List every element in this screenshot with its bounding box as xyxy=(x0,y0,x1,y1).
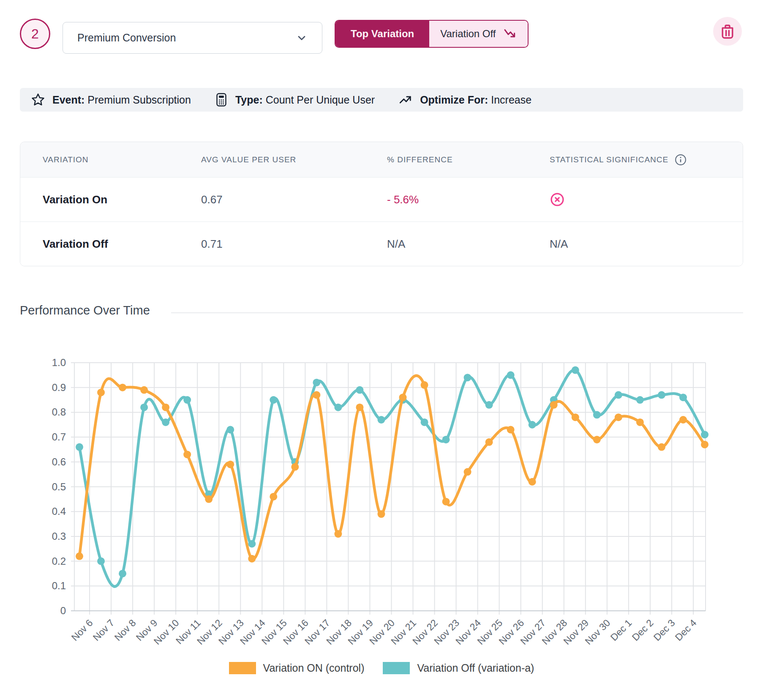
optimize-value: Increase xyxy=(491,94,531,106)
row-avg-value: 0.67 xyxy=(179,193,365,206)
svg-text:0.7: 0.7 xyxy=(52,431,66,443)
row-variation-name: Variation On xyxy=(20,193,179,206)
legend-label: Variation ON (control) xyxy=(263,662,365,674)
row-significance xyxy=(527,192,743,207)
event-value: Premium Subscription xyxy=(87,94,191,106)
legend-item-variation-off: Variation Off (variation-a) xyxy=(383,662,534,674)
event-group: Event: Premium Subscription xyxy=(31,93,191,107)
svg-text:Dec 3: Dec 3 xyxy=(651,617,677,643)
col-significance: Statistical Significance xyxy=(527,153,743,166)
top-variation-button[interactable]: Top Variation xyxy=(335,21,429,47)
winner-variation-label: Variation Off xyxy=(440,28,496,40)
trash-icon xyxy=(720,24,735,39)
experiment-number-badge: 2 xyxy=(20,19,50,49)
legend-swatch-orange xyxy=(229,662,256,674)
variation-toggle: Top Variation Variation Off xyxy=(335,20,529,48)
svg-text:Dec 1: Dec 1 xyxy=(608,617,634,643)
performance-chart: 00.10.20.30.40.50.60.70.80.91.0Nov 6Nov … xyxy=(0,330,763,668)
svg-text:0.1: 0.1 xyxy=(52,580,66,591)
svg-text:1.0: 1.0 xyxy=(52,357,66,368)
legend-item-variation-on: Variation ON (control) xyxy=(229,662,365,674)
svg-text:0: 0 xyxy=(60,605,66,616)
table-row: Variation On 0.67 - 5.6% xyxy=(20,177,743,221)
metric-dropdown[interactable]: Premium Conversion xyxy=(63,22,322,54)
winner-variation-button[interactable]: Variation Off xyxy=(429,21,528,47)
svg-text:0.4: 0.4 xyxy=(52,506,66,517)
chart-legend: Variation ON (control) Variation Off (va… xyxy=(0,662,763,674)
row-variation-name: Variation Off xyxy=(20,238,179,251)
legend-swatch-teal xyxy=(383,662,410,674)
event-label: Event: xyxy=(52,94,84,106)
svg-text:0.5: 0.5 xyxy=(52,481,66,492)
section-divider xyxy=(171,312,743,313)
optimize-label: Optimize For: xyxy=(420,94,488,106)
svg-text:Dec 2: Dec 2 xyxy=(630,617,656,643)
table-row: Variation Off 0.71 N/A N/A xyxy=(20,221,743,266)
type-group: Type: Count Per Unique User xyxy=(215,93,375,107)
results-table: Variation Avg Value Per User % Differenc… xyxy=(20,142,743,266)
star-icon xyxy=(31,93,45,107)
type-label: Type: xyxy=(235,94,263,106)
not-significant-icon xyxy=(550,192,565,207)
delete-button[interactable] xyxy=(713,17,742,46)
row-difference: - 5.6% xyxy=(365,193,527,206)
trending-up-icon xyxy=(398,93,413,107)
svg-text:Nov 8: Nov 8 xyxy=(112,617,138,643)
svg-text:0.3: 0.3 xyxy=(52,530,66,542)
row-difference: N/A xyxy=(365,238,527,251)
svg-text:Dec 4: Dec 4 xyxy=(673,617,699,643)
metric-info-bar: Event: Premium Subscription Type: Count … xyxy=(20,88,743,112)
optimize-group: Optimize For: Increase xyxy=(398,93,531,107)
chevron-down-icon xyxy=(296,32,308,44)
type-value: Count Per Unique User xyxy=(266,94,375,106)
calculator-icon xyxy=(215,93,228,107)
svg-text:0.8: 0.8 xyxy=(52,406,66,418)
svg-text:Nov 6: Nov 6 xyxy=(69,617,95,643)
info-icon[interactable] xyxy=(674,153,687,166)
svg-text:0.9: 0.9 xyxy=(52,382,66,393)
col-difference: % Difference xyxy=(365,155,527,164)
table-header-row: Variation Avg Value Per User % Differenc… xyxy=(20,142,743,177)
metric-dropdown-value: Premium Conversion xyxy=(77,32,296,44)
section-title: Performance Over Time xyxy=(20,304,150,317)
svg-text:0.2: 0.2 xyxy=(52,555,66,567)
svg-text:0.6: 0.6 xyxy=(52,456,66,468)
col-avg-value: Avg Value Per User xyxy=(179,155,365,164)
col-variation: Variation xyxy=(20,155,179,164)
legend-label: Variation Off (variation-a) xyxy=(417,662,534,674)
row-avg-value: 0.71 xyxy=(179,238,365,251)
trending-down-icon xyxy=(503,27,517,41)
row-significance: N/A xyxy=(527,238,743,251)
svg-text:Nov 7: Nov 7 xyxy=(91,617,117,643)
